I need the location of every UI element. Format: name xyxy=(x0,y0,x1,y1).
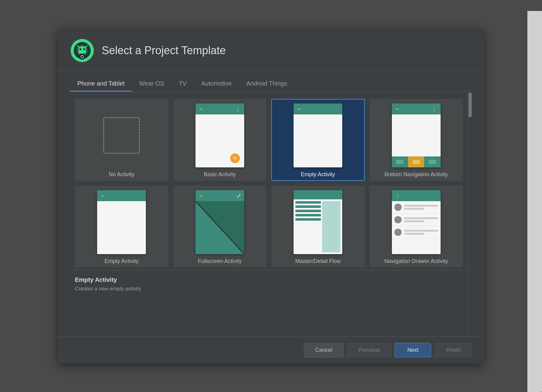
back-icon-3: ← xyxy=(395,106,400,112)
lines-1 xyxy=(404,205,438,210)
lines-2 xyxy=(404,217,438,222)
template-empty-small[interactable]: ← Empty Activity xyxy=(75,186,168,268)
empty-small-preview: ← xyxy=(94,189,149,256)
dialog-title: Select a Project Template xyxy=(102,44,226,57)
basic-activity-mockup: ← ⋮ + xyxy=(195,103,244,167)
menu-icon: ⋮ xyxy=(395,192,400,199)
next-button[interactable]: Next xyxy=(395,343,431,357)
lines-3 xyxy=(404,230,438,235)
line-2 xyxy=(404,208,424,210)
basic-activity-label: Basic Activity xyxy=(204,171,236,178)
empty-small-mockup: ← xyxy=(97,190,146,254)
back-icon: ← xyxy=(199,106,204,112)
template-scroll-area[interactable]: No Activity ← ⋮ + xyxy=(70,92,468,337)
back-icon-full: ← xyxy=(199,193,204,199)
scrollbar[interactable] xyxy=(468,92,472,337)
avatar-2 xyxy=(394,216,402,223)
line-3 xyxy=(404,217,438,219)
list-item-3 xyxy=(295,210,321,212)
selected-template-title: Empty Activity xyxy=(75,276,463,283)
template-basic-activity[interactable]: ← ⋮ + Basic Activity xyxy=(173,99,267,181)
empty-activity-preview: ← xyxy=(290,102,345,169)
svg-point-4 xyxy=(83,48,85,50)
empty-activity-label: Empty Activity xyxy=(301,171,335,178)
fullscreen-body xyxy=(195,201,244,254)
no-activity-preview xyxy=(94,102,149,169)
bottom-nav-bar xyxy=(392,156,441,167)
empty-small-label: Empty Activity xyxy=(104,258,139,264)
fab-icon: + xyxy=(230,153,240,163)
line-6 xyxy=(404,233,424,235)
template-fullscreen[interactable]: ← ⤢ xyxy=(173,186,267,268)
tabs-bar: Phone and Tablet Wear OS TV Automotive A… xyxy=(70,70,472,92)
tab-phone-tablet[interactable]: Phone and Tablet xyxy=(70,76,132,92)
template-no-activity[interactable]: No Activity xyxy=(75,99,168,181)
avatar-3 xyxy=(394,229,402,236)
svg-point-3 xyxy=(79,48,81,50)
dialog: Select a Project Template Phone and Tabl… xyxy=(58,29,484,363)
list-item-5 xyxy=(295,218,321,221)
bottom-nav-label: Bottom Navigation Activity xyxy=(385,171,448,178)
list-label: Navigation Drawer Activity xyxy=(384,258,448,264)
line-4 xyxy=(404,220,424,222)
list-row-3 xyxy=(392,226,441,239)
back-icon-small: ← xyxy=(100,193,106,199)
master-detail-mockup xyxy=(294,190,342,254)
tab-automotive[interactable]: Automotive xyxy=(194,76,239,92)
more-icon-3: ⋮ xyxy=(431,106,438,112)
empty-small-body xyxy=(97,201,146,254)
back-arrow-icon: ← xyxy=(297,106,302,112)
bottom-nav-body xyxy=(392,114,441,156)
master-body xyxy=(294,199,342,254)
svg-point-9 xyxy=(81,56,83,58)
detail-panel xyxy=(322,201,340,252)
bottom-nav-preview: ← ⋮ xyxy=(389,102,444,169)
list-item-2 xyxy=(295,205,321,208)
previous-button[interactable]: Previous xyxy=(347,343,391,357)
basic-body: + xyxy=(195,114,244,167)
list-toolbar: ⋮ xyxy=(392,190,441,201)
template-empty-activity[interactable]: ← Empty Activity xyxy=(271,99,365,181)
basic-toolbar: ← ⋮ xyxy=(195,103,244,114)
selected-template-desc: Creates a new empty activity xyxy=(75,286,463,292)
basic-activity-preview: ← ⋮ + xyxy=(192,102,247,169)
bottom-nav-mockup: ← ⋮ xyxy=(392,103,441,167)
tab-android-things[interactable]: Android Things xyxy=(239,76,294,92)
info-section: Empty Activity Creates a new empty activ… xyxy=(72,270,465,296)
dashed-rect-icon xyxy=(103,117,140,154)
fullscreen-label: Fullscreen Activity xyxy=(198,258,242,264)
empty-body xyxy=(294,114,342,167)
tab-wear-os[interactable]: Wear OS xyxy=(132,76,171,92)
master-detail-label: Master/Detail Flow xyxy=(295,258,341,264)
empty-toolbar: ← xyxy=(294,103,342,114)
master-list xyxy=(295,201,321,252)
header: Select a Project Template xyxy=(58,29,484,70)
list-row-2 xyxy=(392,214,441,226)
list-item-1 xyxy=(295,201,321,204)
cancel-button[interactable]: Cancel xyxy=(304,343,343,357)
empty-activity-mockup: ← xyxy=(294,103,342,167)
fullscreen-preview: ← ⤢ xyxy=(192,189,247,256)
list-mockup: ⋮ xyxy=(392,190,441,254)
list-item-4 xyxy=(295,214,321,216)
template-list[interactable]: ⋮ xyxy=(370,186,463,268)
master-detail-preview xyxy=(290,189,345,256)
finish-button[interactable]: Finish xyxy=(435,343,472,357)
footer: Cancel Previous Next Finish xyxy=(58,337,484,363)
line-1 xyxy=(404,205,438,207)
expand-icon: ⤢ xyxy=(237,192,241,199)
bottom-nav-toolbar: ← ⋮ xyxy=(392,103,441,114)
empty-small-toolbar: ← xyxy=(97,190,146,201)
tab-tv[interactable]: TV xyxy=(171,76,194,92)
no-activity-label: No Activity xyxy=(109,171,134,178)
list-row-1 xyxy=(392,201,441,214)
template-grid-container: No Activity ← ⋮ + xyxy=(70,92,472,337)
avatar-1 xyxy=(394,204,402,211)
template-grid: No Activity ← ⋮ + xyxy=(72,96,465,270)
scrollbar-thumb xyxy=(469,93,472,117)
fullscreen-mockup: ← ⤢ xyxy=(195,190,244,254)
android-studio-logo xyxy=(70,38,94,63)
template-bottom-nav[interactable]: ← ⋮ xyxy=(370,99,463,181)
content-area: Phone and Tablet Wear OS TV Automotive A… xyxy=(58,70,484,337)
template-master-detail[interactable]: Master/Detail Flow xyxy=(271,186,365,268)
